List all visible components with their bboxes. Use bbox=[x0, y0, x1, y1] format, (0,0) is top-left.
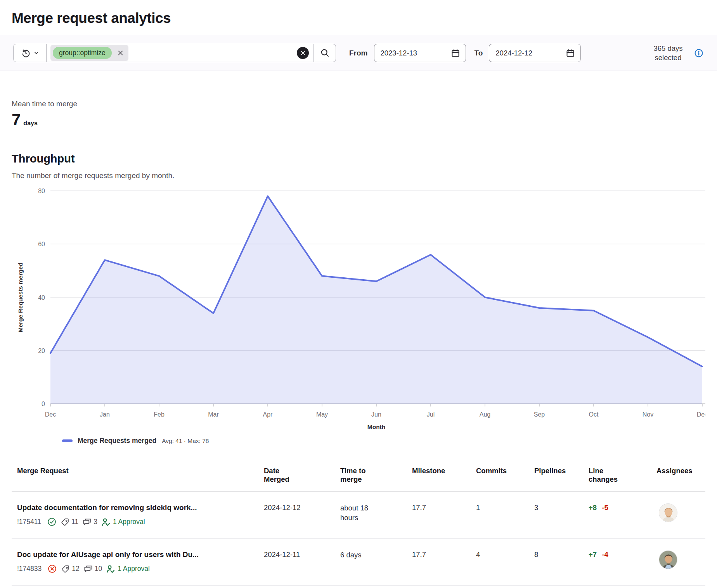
legend-series-marker bbox=[62, 439, 73, 442]
merge-request-link[interactable]: Update documentation for removing sideki… bbox=[17, 503, 258, 512]
svg-text:Aug: Aug bbox=[480, 411, 490, 418]
page-title: Merge request analytics bbox=[12, 10, 705, 26]
col-header-assignees: Assignees bbox=[651, 467, 705, 484]
col-header-line-changes: Line changes bbox=[583, 467, 651, 484]
col-header-date-merged: Date Merged bbox=[258, 467, 335, 484]
to-label: To bbox=[475, 49, 483, 57]
table-header-row: Merge Request Date Merged Time to merge … bbox=[12, 463, 705, 492]
svg-text:80: 80 bbox=[38, 188, 45, 194]
metric-value: 7 bbox=[12, 111, 21, 129]
throughput-chart-container: Merge Requests merged Month 020406080Dec… bbox=[0, 180, 717, 445]
date-merged-cell: 2024-12-11 bbox=[258, 550, 335, 574]
x-axis-title: Month bbox=[367, 424, 385, 430]
additions: +8 bbox=[589, 503, 597, 512]
legend-series-stats: Avg: 41 · Max: 78 bbox=[162, 438, 209, 444]
labels-count: 11 bbox=[61, 518, 78, 526]
comments-count: 10 bbox=[84, 564, 102, 573]
filter-token-value[interactable]: group::optimize bbox=[53, 47, 112, 59]
throughput-section: Throughput The number of merge requests … bbox=[0, 129, 717, 180]
line-changes-cell: +7 -4 bbox=[583, 550, 651, 574]
svg-text:0: 0 bbox=[42, 401, 45, 407]
from-label: From bbox=[349, 49, 368, 57]
filter-token: group::optimize bbox=[50, 45, 128, 61]
table-row: Doc update for AiUsage api only for user… bbox=[12, 539, 705, 586]
metric-unit: days bbox=[23, 120, 37, 127]
search-history-button[interactable] bbox=[13, 44, 47, 62]
svg-text:40: 40 bbox=[38, 294, 45, 301]
label-icon bbox=[61, 518, 69, 526]
comments-count: 3 bbox=[83, 517, 97, 526]
svg-text:Apr: Apr bbox=[263, 411, 273, 418]
search-icon bbox=[320, 48, 330, 58]
status-success-icon bbox=[47, 517, 57, 527]
filter-bar: group::optimize bbox=[0, 35, 717, 71]
search-submit-button[interactable] bbox=[314, 44, 336, 62]
deletions: -5 bbox=[602, 503, 608, 512]
merge-request-id: !174833 bbox=[17, 565, 42, 573]
merge-request-link[interactable]: Doc update for AiUsage api only for user… bbox=[17, 550, 258, 559]
chevron-down-icon bbox=[33, 50, 39, 56]
throughput-title: Throughput bbox=[12, 152, 705, 165]
approvals: 1 Approval bbox=[102, 518, 145, 526]
assignee-avatar[interactable] bbox=[659, 550, 677, 569]
assignees-cell bbox=[651, 503, 705, 527]
throughput-subtitle: The number of merge requests merged by m… bbox=[12, 171, 705, 180]
svg-text:60: 60 bbox=[38, 241, 45, 247]
time-to-merge-cell: 6 days bbox=[335, 550, 407, 574]
table-row: Update documentation for removing sideki… bbox=[12, 492, 705, 539]
from-date-value: 2023-12-13 bbox=[381, 49, 417, 57]
approval-icon bbox=[106, 565, 115, 573]
merge-request-cell: Update documentation for removing sideki… bbox=[12, 503, 258, 527]
date-merged-cell: 2024-12-12 bbox=[258, 503, 335, 527]
comments-icon bbox=[84, 564, 93, 573]
col-header-pipelines: Pipelines bbox=[529, 467, 583, 484]
commits-cell: 1 bbox=[471, 503, 529, 527]
svg-text:Sep: Sep bbox=[534, 411, 545, 418]
svg-text:20: 20 bbox=[38, 348, 45, 354]
assignees-cell bbox=[651, 550, 705, 574]
additions: +7 bbox=[589, 550, 597, 559]
merge-request-table: Merge Request Date Merged Time to merge … bbox=[12, 463, 705, 586]
pipelines-cell: 8 bbox=[529, 550, 583, 574]
days-selected-text: 365 days selected bbox=[646, 44, 690, 62]
clear-icon bbox=[300, 50, 306, 56]
chart-legend: Merge Requests merged Avg: 41 · Max: 78 bbox=[62, 437, 705, 445]
col-header-time-to-merge: Time to merge bbox=[335, 467, 407, 484]
status-failed-icon bbox=[47, 564, 57, 574]
approval-icon bbox=[102, 518, 110, 526]
time-to-merge-cell: about 18 hours bbox=[335, 503, 407, 527]
info-icon[interactable] bbox=[694, 48, 704, 58]
svg-text:Oct: Oct bbox=[589, 411, 599, 418]
svg-text:Mar: Mar bbox=[208, 411, 219, 418]
y-axis-title: Merge Requests merged bbox=[17, 263, 24, 332]
search-input[interactable]: group::optimize bbox=[47, 44, 314, 62]
line-changes-cell: +8 -5 bbox=[583, 503, 651, 527]
svg-text:Nov: Nov bbox=[643, 411, 653, 418]
svg-text:Jan: Jan bbox=[100, 411, 110, 418]
filtered-search: group::optimize bbox=[13, 44, 336, 62]
col-header-milestone: Milestone bbox=[407, 467, 471, 484]
milestone-cell: 17.7 bbox=[407, 503, 471, 527]
token-close-icon[interactable] bbox=[117, 50, 124, 56]
pipelines-cell: 3 bbox=[529, 503, 583, 527]
throughput-chart: Merge Requests merged Month 020406080Dec… bbox=[12, 183, 705, 436]
mean-time-to-merge-metric: Mean time to merge 7 days bbox=[0, 71, 717, 129]
calendar-icon bbox=[566, 48, 575, 58]
comments-icon bbox=[83, 517, 92, 526]
days-selected: 365 days selected bbox=[646, 44, 704, 62]
col-header-commits: Commits bbox=[471, 467, 529, 484]
svg-text:Feb: Feb bbox=[154, 411, 165, 418]
assignee-avatar[interactable] bbox=[659, 503, 677, 522]
deletions: -4 bbox=[602, 550, 608, 559]
from-date-input[interactable]: 2023-12-13 bbox=[374, 44, 466, 62]
svg-text:Dec: Dec bbox=[45, 411, 56, 418]
svg-text:Jul: Jul bbox=[427, 411, 435, 418]
svg-text:Dec: Dec bbox=[697, 411, 705, 418]
commits-cell: 4 bbox=[471, 550, 529, 574]
merge-request-cell: Doc update for AiUsage api only for user… bbox=[12, 550, 258, 574]
col-header-merge-request: Merge Request bbox=[12, 467, 258, 484]
svg-text:May: May bbox=[316, 411, 328, 418]
clear-search-button[interactable] bbox=[297, 47, 309, 59]
calendar-icon bbox=[451, 48, 460, 58]
to-date-input[interactable]: 2024-12-12 bbox=[489, 44, 581, 62]
